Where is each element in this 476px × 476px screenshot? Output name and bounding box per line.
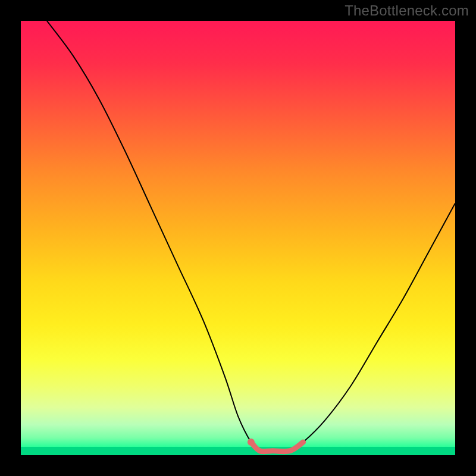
watermark-text: TheBottleneck.com: [345, 2, 469, 19]
optimal-range-start-dot: [248, 439, 255, 446]
optimal-range-highlight: [251, 442, 303, 452]
bottleneck-curve-line: [47, 21, 455, 452]
plot-area: [21, 21, 455, 455]
chart-frame: TheBottleneck.com: [0, 0, 476, 476]
bottleneck-curve-svg: [21, 21, 455, 455]
